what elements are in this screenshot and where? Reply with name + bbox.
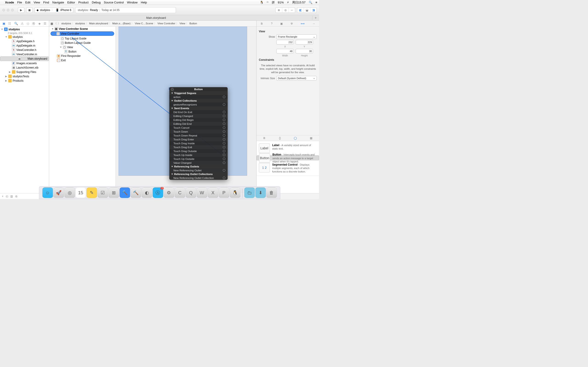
issue-navigator-icon[interactable]: ⚠	[21, 22, 24, 25]
connection-port[interactable]	[223, 158, 225, 160]
add-file-button[interactable]: +	[2, 195, 3, 198]
minimize-window[interactable]	[7, 9, 9, 11]
hud-section[interactable]: Triggered Segues	[169, 91, 228, 95]
calculator-icon[interactable]: ⊞	[108, 187, 119, 198]
hud-connection-item[interactable]: Touch Drag Exit	[169, 145, 228, 149]
trash-icon[interactable]: 🗑	[266, 187, 277, 198]
stop-button[interactable]: ◼	[26, 7, 33, 13]
connection-port[interactable]	[223, 126, 225, 129]
hud-connection-item[interactable]: New Referencing Outlet	[169, 168, 228, 172]
nav-row[interactable]: ▶studyiosTests	[0, 74, 49, 78]
folder-dock-icon[interactable]: 🗀	[244, 187, 255, 198]
report-navigator-icon[interactable]: ☰	[44, 22, 46, 25]
size-inspector-icon[interactable]: ⟺	[301, 22, 304, 25]
hud-connection-item[interactable]: Touch Drag Outside	[169, 149, 228, 153]
jump-segment[interactable]: studyios	[61, 22, 71, 25]
jump-segment[interactable]: Main.s…(Base)	[112, 22, 130, 25]
hud-connection-item[interactable]: Editing Changed	[169, 114, 228, 118]
menu-view[interactable]: View	[34, 1, 40, 4]
code-snippet-library-icon[interactable]: {}	[279, 136, 281, 140]
hud-connection-item[interactable]: Did End On Exit	[169, 110, 228, 114]
width-field[interactable]: 46	[276, 49, 294, 53]
menu-edit[interactable]: Edit	[25, 1, 30, 4]
menu-help[interactable]: Help	[141, 1, 147, 4]
document-tab[interactable]: Main.storyboard	[0, 16, 312, 19]
menu-file[interactable]: File	[17, 1, 22, 4]
connection-port[interactable]	[223, 177, 225, 179]
close-window[interactable]	[2, 9, 5, 11]
y-field[interactable]: 229	[296, 40, 313, 44]
object-library[interactable]: LabelLabel - A variably sized amount of …	[257, 141, 319, 193]
connection-port[interactable]	[223, 96, 225, 98]
notes-icon[interactable]: ✎	[86, 187, 97, 198]
nav-row[interactable]: ◩Images.xcassets	[0, 61, 49, 65]
connection-port[interactable]	[223, 134, 225, 137]
hud-connection-item[interactable]: Touch Drag Enter	[169, 137, 228, 141]
connection-port[interactable]	[223, 130, 225, 133]
back-button[interactable]: 〈	[54, 22, 57, 25]
hud-connection-item[interactable]: Touch Cancel	[169, 126, 228, 130]
outline-row[interactable]: ▢Top Layout Guide	[49, 36, 115, 41]
hud-connection-item[interactable]: Touch Down	[169, 130, 228, 133]
macos-dock[interactable]: ☺ 🚀 ◎ 15 ✎ ☑ ⊞ 🔨 🔨 ◐ Ⓐ ⚙ C Q W X P 🐧 🗀 ⬇…	[39, 186, 280, 199]
outline-row[interactable]: ▢Bottom Layout Guide	[49, 41, 115, 45]
attributes-inspector-icon[interactable]: ⟱	[291, 22, 293, 25]
menu-find[interactable]: Find	[43, 1, 49, 4]
nav-row[interactable]: ▶Supporting Files	[0, 70, 49, 74]
app-p-icon[interactable]: P	[219, 187, 229, 198]
jump-bar[interactable]: ▦ 〈 〉 studyios 〉 studyios 〉 Main.storybo…	[49, 21, 256, 27]
quicktime-icon[interactable]: Q	[186, 187, 196, 198]
hud-section[interactable]: Referencing Outlets	[169, 165, 228, 168]
menu-source-control[interactable]: Source Control	[104, 1, 124, 4]
add-tab-button[interactable]: +	[312, 16, 319, 20]
hud-connection-item[interactable]: Value Changed	[169, 161, 228, 165]
x-field[interactable]: 232	[276, 40, 294, 44]
nav-row[interactable]: mViewController.m	[0, 52, 49, 56]
connection-port[interactable]	[223, 142, 225, 144]
project-navigator-icon[interactable]: ▣	[2, 22, 5, 25]
nav-row[interactable]: ▼studyios	[0, 35, 49, 39]
library-item[interactable]: ButtonButton - Intercepts touch events a…	[257, 156, 319, 161]
hud-connection-item[interactable]: Touch Drag Inside	[169, 141, 228, 145]
connection-port[interactable]	[223, 123, 225, 125]
xcode-icon[interactable]: 🔨	[120, 187, 130, 198]
jump-segment[interactable]: Main.storyboard	[89, 22, 108, 25]
jump-segment[interactable]: Button	[190, 22, 197, 25]
app-w-icon[interactable]: W	[197, 187, 207, 198]
app-c-icon[interactable]: C	[174, 187, 185, 198]
hud-connection-item[interactable]: action	[169, 95, 228, 99]
standard-editor-icon[interactable]: ≣	[276, 8, 282, 13]
menu-editor[interactable]: Editor	[67, 1, 75, 4]
appstore-icon[interactable]: Ⓐ	[153, 187, 163, 198]
hud-section[interactable]: Sent Events	[169, 106, 228, 110]
filter-scm-icon[interactable]: ▥	[10, 195, 13, 198]
connections-inspector-icon[interactable]: →	[312, 22, 315, 25]
menu-product[interactable]: Product	[78, 1, 89, 4]
connection-port[interactable]	[223, 150, 225, 152]
outline-row[interactable]: ▼▢View	[49, 45, 115, 49]
library-tabs[interactable]: 🗎 {} ◯ ▦	[257, 135, 319, 141]
nav-row[interactable]: mAppDelegate.m	[0, 43, 49, 48]
downloads-icon[interactable]: ⬇	[255, 187, 266, 198]
file-inspector-icon[interactable]: 🗎	[260, 22, 263, 25]
hud-connection-item[interactable]: New Referencing Outlet Collection	[169, 176, 228, 180]
connection-port[interactable]	[223, 115, 225, 117]
hud-close-button[interactable]: ×	[171, 88, 174, 91]
hud-connection-item[interactable]: Touch Down Repeat	[169, 133, 228, 137]
nav-row[interactable]: ▶Products	[0, 78, 49, 83]
connections-hud[interactable]: × Button Triggered SeguesactionOutlet Co…	[169, 87, 228, 180]
outline-row[interactable]: ▼▢View Controller	[51, 31, 114, 36]
toggle-navigator-icon[interactable]: ◧	[297, 8, 304, 13]
nav-row[interactable]: ▤Main.storyboard	[0, 56, 49, 61]
qq-icon[interactable]: 🐧	[260, 1, 263, 4]
outline-row[interactable]: →Exit	[49, 58, 115, 62]
hud-connection-item[interactable]: Touch Up Outside	[169, 157, 228, 161]
menu-navigate[interactable]: Navigate	[52, 1, 64, 4]
breakpoint-navigator-icon[interactable]: ◈	[38, 22, 41, 25]
hud-section[interactable]: Referencing Outlet Collections	[169, 172, 228, 176]
run-button[interactable]: ▶	[18, 7, 24, 13]
finder-icon[interactable]: ☺	[42, 187, 53, 198]
identity-inspector-icon[interactable]: ▣	[280, 22, 283, 25]
nav-row[interactable]: ▤LaunchScreen.xib	[0, 65, 49, 70]
hud-connection-item[interactable]: Touch Up Inside	[169, 153, 228, 157]
